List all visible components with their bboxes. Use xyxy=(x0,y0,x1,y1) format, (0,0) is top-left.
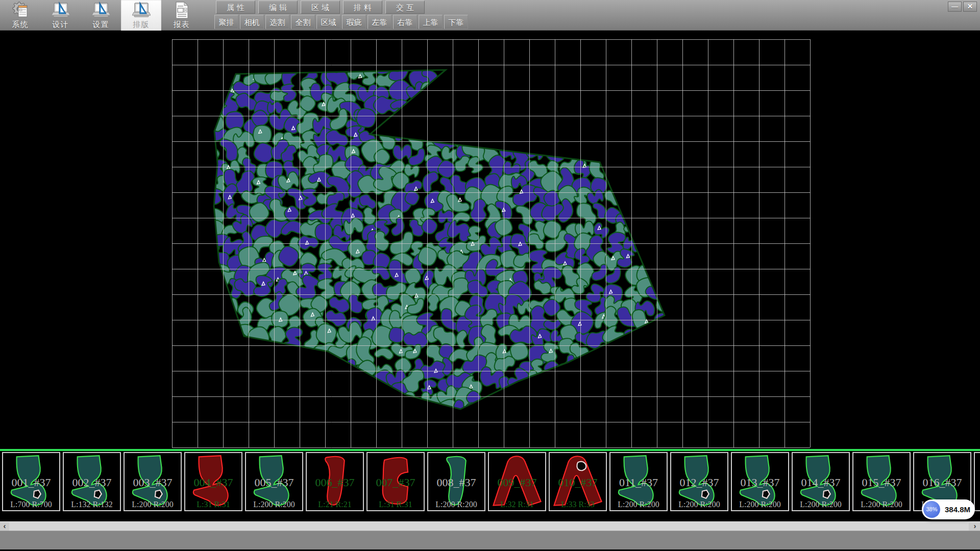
minimize-button[interactable]: — xyxy=(948,2,962,12)
piece-shape-icon xyxy=(368,454,423,509)
piece-shape-icon xyxy=(4,454,58,509)
piece-thumbnail-017_#37[interactable]: 017_#37L:200 R:200 xyxy=(974,452,980,511)
menu-tab-1[interactable]: 属性 xyxy=(216,1,255,14)
design-ruler-icon xyxy=(52,1,70,19)
window-controls: — ✕ xyxy=(948,2,977,12)
memory-progress-badge[interactable]: 38% 384.8M xyxy=(922,499,975,519)
piece-shape-icon xyxy=(186,454,240,509)
piece-thumbnail-009_#37[interactable]: 009_#37L:32 R:31 xyxy=(488,452,546,511)
menu-tab-5[interactable]: 交互 xyxy=(385,1,425,14)
piece-shape-icon xyxy=(64,454,119,509)
piece-thumbnail-strip: 001_#37L:700 R:700002_#37L:132 R:132003_… xyxy=(0,451,980,513)
tool-button-row: 聚排相机选割全割区域瑕疵左靠右靠上靠下靠 xyxy=(214,15,468,29)
nesting-canvas[interactable] xyxy=(0,31,980,449)
piece-shape-icon xyxy=(489,454,544,509)
piece-shape-icon xyxy=(672,454,726,509)
tool-button-7[interactable]: 左靠 xyxy=(368,15,391,29)
mode-button-2[interactable]: 设计 xyxy=(40,0,81,31)
tool-button-6[interactable]: 瑕疵 xyxy=(342,15,366,29)
memory-usage-label: 384.8M xyxy=(940,505,975,514)
nesting-ruler-icon xyxy=(132,1,151,19)
piece-thumbnail-008_#37[interactable]: 008_#37L:200 R:200 xyxy=(427,452,485,511)
horizontal-scrollbar[interactable]: ‹ › xyxy=(0,521,980,531)
main-mode-buttons: 系统设计设置排版报表 xyxy=(0,0,202,31)
piece-thumbnail-014_#37[interactable]: 014_#37L:200 R:200 xyxy=(792,452,850,511)
piece-thumbnail-012_#37[interactable]: 012_#37L:200 R:200 xyxy=(670,452,728,511)
menu-tab-2[interactable]: 编辑 xyxy=(258,1,298,14)
mode-button-label: 设置 xyxy=(93,20,109,30)
tool-button-1[interactable]: 聚排 xyxy=(214,15,238,29)
piece-shape-icon xyxy=(247,454,301,509)
piece-thumbnail-004_#37[interactable]: 004_#37L:31 R:31 xyxy=(184,452,242,511)
menu-tab-4[interactable]: 排料 xyxy=(343,1,382,14)
system-gear-icon xyxy=(11,1,30,19)
mode-button-3[interactable]: 设置 xyxy=(81,0,121,31)
tool-button-4[interactable]: 全割 xyxy=(291,15,315,29)
piece-thumbnail-007_#37[interactable]: 007_#37L:31 R:31 xyxy=(366,452,425,511)
mode-button-label: 设计 xyxy=(53,20,69,30)
piece-shape-icon xyxy=(975,454,980,509)
tool-button-9[interactable]: 上靠 xyxy=(419,15,443,29)
tool-button-2[interactable]: 相机 xyxy=(240,15,264,29)
piece-thumbnail-001_#37[interactable]: 001_#37L:700 R:700 xyxy=(2,452,60,511)
main-toolbar: 系统设计设置排版报表 属性编辑区域排料交互 聚排相机选割全割区域瑕疵左靠右靠上靠… xyxy=(0,0,980,31)
piece-shape-icon xyxy=(550,454,605,509)
piece-thumbnail-011_#37[interactable]: 011_#37L:200 R:200 xyxy=(609,452,668,511)
piece-shape-icon xyxy=(611,454,666,509)
piece-thumbnail-003_#37[interactable]: 003_#37L:200 R:200 xyxy=(124,452,182,511)
menu-tab-3[interactable]: 区域 xyxy=(301,1,340,14)
piece-thumbnail-005_#37[interactable]: 005_#37L:200 R:200 xyxy=(245,452,303,511)
piece-shape-icon xyxy=(793,454,848,509)
progress-percent-circle: 38% xyxy=(923,501,940,518)
report-document-icon xyxy=(173,1,191,19)
menu-tab-row: 属性编辑区域排料交互 xyxy=(216,1,425,14)
piece-thumbnail-010_#37[interactable]: 010_#37L:33 R:33 xyxy=(549,452,607,511)
piece-shape-icon xyxy=(307,454,362,509)
settings-ruler-icon xyxy=(92,1,110,19)
close-button[interactable]: ✕ xyxy=(963,2,977,12)
piece-shape-icon xyxy=(125,454,180,509)
mode-button-label: 系统 xyxy=(12,20,29,30)
tool-button-3[interactable]: 选割 xyxy=(265,15,289,29)
tool-button-10[interactable]: 下靠 xyxy=(444,15,468,29)
tool-button-8[interactable]: 右靠 xyxy=(393,15,417,29)
scrollbar-thumb[interactable] xyxy=(9,522,969,531)
mode-button-4[interactable]: 排版 xyxy=(121,0,161,31)
piece-shape-icon xyxy=(429,454,483,509)
mode-button-label: 报表 xyxy=(174,20,190,30)
piece-shape-icon xyxy=(732,454,787,509)
piece-thumbnail-015_#37[interactable]: 015_#37L:200 R:200 xyxy=(852,452,911,511)
piece-thumbnail-002_#37[interactable]: 002_#37L:132 R:132 xyxy=(63,452,121,511)
mode-button-1[interactable]: 系统 xyxy=(0,0,40,31)
scroll-right-arrow-icon[interactable]: › xyxy=(971,522,979,531)
tool-button-5[interactable]: 区域 xyxy=(316,15,340,29)
piece-shape-icon xyxy=(854,454,909,509)
piece-thumbnail-006_#37[interactable]: 006_#37L:21 R:21 xyxy=(306,452,364,511)
status-bar xyxy=(0,531,980,549)
scroll-left-arrow-icon[interactable]: ‹ xyxy=(1,522,9,531)
mode-button-label: 排版 xyxy=(133,20,150,30)
mode-button-5[interactable]: 报表 xyxy=(161,0,202,31)
piece-thumbnail-013_#37[interactable]: 013_#37L:200 R:200 xyxy=(731,452,789,511)
